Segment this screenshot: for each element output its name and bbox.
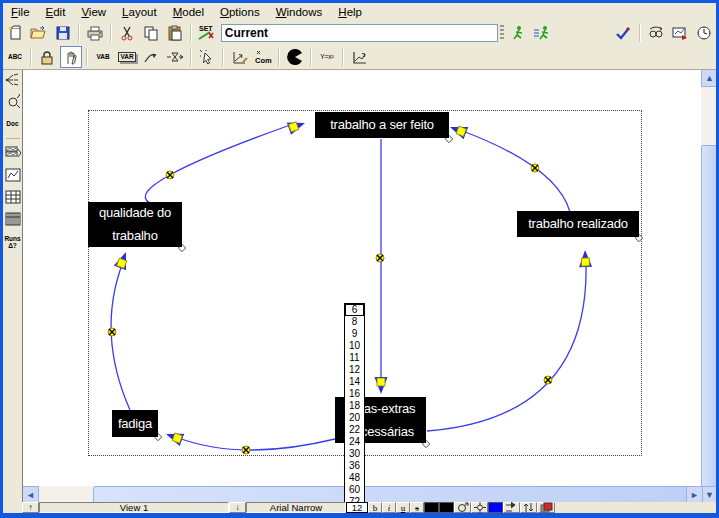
menu-item-edit[interactable]: Edit <box>38 4 74 21</box>
bold-button[interactable]: b <box>368 502 382 513</box>
font-size-option-11[interactable]: 11 <box>345 352 364 364</box>
causes-strip-button[interactable] <box>4 143 22 163</box>
window-border-top <box>0 0 719 3</box>
set-label: SET <box>199 25 213 32</box>
text-color-swatch[interactable] <box>424 502 439 513</box>
toolbar-separator <box>278 48 280 66</box>
hide-wires-button[interactable] <box>537 502 555 513</box>
arrow-tool[interactable] <box>140 46 162 68</box>
document-button[interactable]: Doc <box>4 114 22 134</box>
font-size-option-9[interactable]: 9 <box>345 328 364 340</box>
variable-node-n3[interactable]: trabalho realizado <box>517 211 639 237</box>
shadow-var-icon: VAR <box>118 52 135 63</box>
font-size-option-6[interactable]: 6 <box>345 304 364 316</box>
toolbar-separator <box>342 48 344 66</box>
font-size-option-8[interactable]: 8 <box>345 316 364 328</box>
view-name-panel[interactable]: View 1 <box>39 502 229 513</box>
italic-button[interactable]: i <box>382 502 396 513</box>
font-size-option-14[interactable]: 14 <box>345 376 364 388</box>
table-time-button[interactable] <box>4 209 22 229</box>
main-toolbar: SET <box>3 21 716 45</box>
equations-tool[interactable]: Y=x² <box>316 46 338 68</box>
view-up-button[interactable]: ↑ <box>22 502 39 513</box>
simulation-setup-button[interactable] <box>645 22 667 44</box>
graph-input-tool[interactable] <box>228 46 250 68</box>
open-file-button[interactable] <box>28 22 50 44</box>
position-button[interactable] <box>471 502 488 513</box>
menu-item-view[interactable]: View <box>73 4 114 21</box>
lock-tool[interactable] <box>36 46 58 68</box>
font-size-option-36[interactable]: 36 <box>345 460 364 472</box>
view-down-button[interactable]: ↓ <box>229 502 246 513</box>
run-fast-button[interactable] <box>531 22 553 44</box>
vertical-scrollbar[interactable]: ▲ ▼ <box>701 69 716 502</box>
font-size-control[interactable]: 12 <box>346 502 368 513</box>
variable-node-n2[interactable]: qualidade dotrabalho <box>88 202 182 247</box>
font-size-option-30[interactable]: 30 <box>345 448 364 460</box>
variable-tool[interactable]: VAB <box>92 46 114 68</box>
print-button[interactable] <box>84 22 106 44</box>
copy-button[interactable] <box>140 22 162 44</box>
down-arrow-icon: ↓ <box>236 503 240 512</box>
save-button[interactable] <box>52 22 74 44</box>
comment-tool[interactable]: Com <box>252 46 274 68</box>
toolbar-separator <box>222 48 224 66</box>
move-hand-tool[interactable] <box>60 46 82 68</box>
rate-tool[interactable] <box>164 46 186 68</box>
uses-tree-button[interactable] <box>4 92 22 112</box>
run-simulation-button[interactable] <box>507 22 529 44</box>
set-dataset-button[interactable]: SET <box>196 22 218 44</box>
toolbar-separator <box>190 48 192 66</box>
menu-item-windows[interactable]: Windows <box>268 4 331 21</box>
abc-icon: ABC <box>8 54 22 61</box>
cut-button[interactable] <box>116 22 138 44</box>
cursor-query-tool[interactable] <box>196 46 218 68</box>
font-size-dropdown: 6891011121416182022243036486072 <box>344 303 365 509</box>
menu-item-layout[interactable]: Layout <box>114 4 165 21</box>
strikeout-button[interactable]: s <box>410 502 424 513</box>
underline-button[interactable]: u <box>396 502 410 513</box>
blue-color-swatch[interactable] <box>488 502 503 513</box>
variable-node-n1[interactable]: trabalho a ser feito <box>315 112 449 138</box>
font-size-option-24[interactable]: 24 <box>345 436 364 448</box>
font-size-option-20[interactable]: 20 <box>345 412 364 424</box>
menu-item-model[interactable]: Model <box>165 4 212 21</box>
equations-icon: Y=x² <box>320 54 334 61</box>
font-size-option-18[interactable]: 18 <box>345 400 364 412</box>
runs-compare-button[interactable]: Runs Δ? <box>4 231 22 255</box>
arrow-style-button[interactable] <box>503 502 520 513</box>
variable-node-n4[interactable]: fadiga <box>112 410 158 437</box>
font-size-option-12[interactable]: 12 <box>345 364 364 376</box>
check-model-button[interactable] <box>613 22 635 44</box>
font-size-option-10[interactable]: 10 <box>345 340 364 352</box>
font-size-option-16[interactable]: 16 <box>345 388 364 400</box>
shadow-variable-tool[interactable]: VAR <box>116 46 138 68</box>
menu-item-options[interactable]: Options <box>212 4 268 21</box>
table-button[interactable] <box>4 187 22 207</box>
font-size-option-60[interactable]: 60 <box>345 484 364 496</box>
causes-tree-button[interactable] <box>4 70 22 90</box>
shape-button[interactable] <box>454 502 471 513</box>
abc-cursor-tool[interactable]: ABC <box>4 46 26 68</box>
paste-button[interactable] <box>164 22 186 44</box>
clock-button[interactable] <box>693 22 715 44</box>
sort-order-button[interactable] <box>520 502 537 513</box>
background-color-swatch[interactable] <box>439 502 454 513</box>
font-size-option-48[interactable]: 48 <box>345 472 364 484</box>
window-border-bottom <box>0 513 719 518</box>
font-name: Arial Narrow <box>270 502 322 513</box>
toolbar-separator <box>86 48 88 66</box>
menu-item-help[interactable]: Help <box>330 4 370 21</box>
menu-bar: FileEditViewLayoutModelOptionsWindowsHel… <box>3 3 716 21</box>
delete-pacman-tool[interactable] <box>284 46 306 68</box>
reference-mode-tool[interactable] <box>348 46 370 68</box>
toolbar-separator <box>110 24 112 42</box>
new-document-button[interactable] <box>4 22 26 44</box>
menu-item-file[interactable]: File <box>3 4 38 21</box>
dataset-name-input[interactable] <box>221 24 499 42</box>
font-name-panel[interactable]: Arial Narrow <box>246 502 346 513</box>
graph-button[interactable] <box>4 165 22 185</box>
font-size-option-22[interactable]: 22 <box>345 424 364 436</box>
toolbar-handle[interactable] <box>500 25 504 41</box>
output-window-button[interactable] <box>669 22 691 44</box>
